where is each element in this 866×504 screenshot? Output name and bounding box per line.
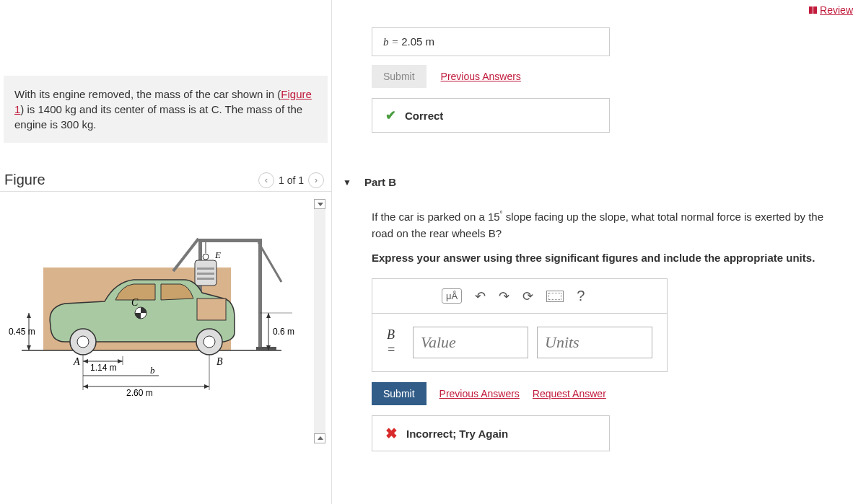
- part-b-header[interactable]: ▼ Part B: [343, 176, 855, 188]
- figure-pager-text: 1 of 1: [279, 174, 304, 186]
- check-icon: ✔: [385, 107, 396, 123]
- figure-area: E C 0.45 m: [0, 191, 331, 451]
- figure-prev-button[interactable]: ‹: [258, 172, 274, 188]
- review-link[interactable]: Review: [809, 4, 853, 16]
- svg-point-21: [204, 336, 215, 348]
- svg-marker-24: [27, 345, 31, 350]
- svg-text:0.45 m: 0.45 m: [9, 327, 35, 337]
- answer-prefix: b =: [383, 36, 401, 48]
- left-pane: With its engine removed, the mass of the…: [0, 0, 332, 504]
- figure-header: Figure ‹ 1 of 1 ›: [0, 143, 331, 195]
- request-answer-link[interactable]: Request Answer: [533, 388, 606, 399]
- svg-text:E: E: [214, 249, 221, 260]
- figure-pager: ‹ 1 of 1 ›: [258, 172, 324, 188]
- figure-next-button[interactable]: ›: [308, 172, 324, 188]
- q-text1: If the car is parked on a 15: [372, 211, 500, 223]
- feedback-correct-text: Correct: [405, 110, 443, 122]
- svg-rect-11: [197, 268, 214, 270]
- keyboard-icon[interactable]: [546, 291, 564, 302]
- svg-marker-34: [83, 359, 88, 363]
- svg-text:A: A: [73, 356, 80, 367]
- input-toolbar: μÅ ↶ ↷ ⟳ ?: [372, 279, 667, 314]
- figure-title: Figure: [4, 172, 45, 188]
- undo-icon[interactable]: ↶: [475, 288, 486, 304]
- part-b-input-panel: μÅ ↶ ↷ ⟳ ? B =: [372, 278, 668, 372]
- svg-rect-4: [198, 239, 260, 242]
- svg-marker-23: [27, 313, 31, 318]
- part-a-submit-row: Submit Previous Answers: [372, 65, 855, 88]
- eq-label: B =: [387, 327, 404, 358]
- reset-icon[interactable]: ⟳: [522, 288, 533, 304]
- svg-text:1.14 m: 1.14 m: [90, 363, 117, 373]
- svg-text:2.60 m: 2.60 m: [126, 388, 153, 398]
- part-b-question: If the car is parked on a 15° slope faci…: [372, 208, 848, 242]
- answer-value: 2.05 m: [401, 35, 434, 48]
- svg-marker-27: [266, 313, 271, 318]
- x-icon: ✖: [385, 425, 398, 442]
- svg-marker-40: [83, 384, 88, 389]
- flag-icon: [809, 6, 817, 14]
- part-a-previous-answers-link[interactable]: Previous Answers: [441, 71, 521, 82]
- svg-rect-7: [256, 347, 276, 350]
- svg-rect-13: [197, 278, 214, 280]
- units-input[interactable]: [537, 327, 652, 358]
- help-icon[interactable]: ?: [577, 288, 585, 304]
- problem-text-2: ) is 1400 kg and its center of mass is a…: [14, 103, 302, 131]
- scroll-down-button[interactable]: [314, 433, 325, 443]
- input-row: B =: [372, 314, 667, 371]
- svg-point-9: [203, 254, 209, 260]
- review-label: Review: [820, 4, 853, 16]
- part-b-instruction: Express your answer using three signific…: [372, 250, 819, 265]
- svg-rect-5: [258, 239, 262, 350]
- part-b-feedback: ✖ Incorrect; Try Again: [372, 415, 610, 451]
- svg-rect-12: [197, 273, 214, 275]
- scroll-up-button[interactable]: [314, 199, 325, 209]
- part-b-submit-row: Submit Previous Answers Request Answer: [372, 382, 855, 405]
- svg-text:0.6 m: 0.6 m: [273, 327, 294, 337]
- svg-text:b: b: [150, 365, 155, 376]
- units-tool-icon[interactable]: μÅ: [442, 288, 462, 304]
- part-b-submit-button[interactable]: Submit: [372, 382, 427, 405]
- part-b-previous-answers-link[interactable]: Previous Answers: [439, 388, 520, 399]
- feedback-incorrect-text: Incorrect; Try Again: [406, 428, 508, 440]
- part-b-title: Part B: [364, 176, 396, 188]
- figure-scrollbar[interactable]: [314, 199, 325, 443]
- redo-icon[interactable]: ↷: [499, 288, 509, 304]
- part-a-answer-box: b = 2.05 m: [372, 27, 610, 56]
- svg-marker-35: [118, 359, 123, 363]
- value-input[interactable]: [413, 327, 528, 358]
- right-pane: Review b = 2.05 m Submit Previous Answer…: [332, 0, 866, 504]
- svg-text:B: B: [216, 356, 223, 367]
- collapse-caret-icon: ▼: [343, 177, 351, 187]
- figure-svg: E C 0.45 m: [7, 213, 303, 415]
- svg-text:C: C: [131, 297, 139, 308]
- svg-point-19: [77, 336, 89, 348]
- part-a-feedback: ✔ Correct: [372, 98, 610, 133]
- svg-rect-15: [197, 299, 226, 320]
- problem-statement: With its engine removed, the mass of the…: [4, 76, 328, 143]
- part-a-submit-button[interactable]: Submit: [372, 65, 427, 88]
- svg-marker-41: [204, 384, 209, 389]
- problem-text-1: With its engine removed, the mass of the…: [14, 88, 281, 100]
